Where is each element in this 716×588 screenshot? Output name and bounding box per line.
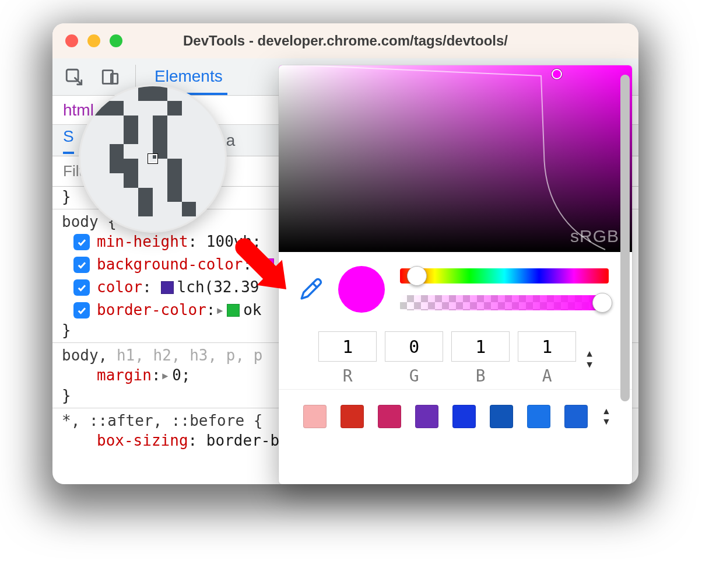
picker-scrollbar[interactable] xyxy=(620,72,630,456)
palette-row: ▲▼ xyxy=(279,389,632,443)
input-b[interactable] xyxy=(451,331,510,362)
inspect-element-icon[interactable] xyxy=(63,66,85,88)
annotation-arrow-icon xyxy=(230,233,300,306)
color-swatch-color[interactable] xyxy=(161,281,174,294)
prop-margin[interactable]: margin xyxy=(97,364,152,387)
toggle-checkbox[interactable] xyxy=(73,257,90,273)
minimize-window-button[interactable] xyxy=(87,34,100,47)
label-a: A xyxy=(542,366,552,386)
selector-grey[interactable]: h1, h2, h3, p, p xyxy=(117,346,262,364)
label-b: B xyxy=(476,366,486,386)
toggle-checkbox[interactable] xyxy=(73,302,90,318)
spectrum-area[interactable]: sRGB xyxy=(279,65,632,252)
window-title: DevTools - developer.chrome.com/tags/dev… xyxy=(52,33,638,49)
color-picker-popover: sRGB R G xyxy=(279,65,632,484)
expand-triangle-icon[interactable]: ▸ xyxy=(216,299,225,321)
window-controls xyxy=(65,34,122,47)
color-preview-dot xyxy=(338,266,385,313)
input-r[interactable] xyxy=(318,331,377,362)
toggle-checkbox[interactable] xyxy=(73,234,90,250)
close-window-button[interactable] xyxy=(65,34,78,47)
palette-swatch[interactable] xyxy=(564,405,588,428)
prop-min-height[interactable]: min-height xyxy=(97,230,188,253)
maximize-window-button[interactable] xyxy=(110,34,122,47)
input-a[interactable] xyxy=(518,331,576,362)
eyedropper-magnifier xyxy=(79,85,227,233)
hue-slider[interactable] xyxy=(400,268,609,284)
breadcrumb-html[interactable]: html xyxy=(63,101,94,120)
magnifier-center xyxy=(148,154,157,163)
prop-background-color[interactable]: background-color xyxy=(97,253,243,276)
palette-swatch[interactable] xyxy=(490,405,513,428)
palette-swatch[interactable] xyxy=(303,405,327,428)
device-toolbar-icon[interactable] xyxy=(99,66,121,88)
alpha-slider[interactable] xyxy=(400,295,609,310)
alpha-knob[interactable] xyxy=(592,293,612,313)
input-g[interactable] xyxy=(385,331,443,362)
scrollbar-thumb[interactable] xyxy=(620,75,630,401)
hue-knob[interactable] xyxy=(407,266,427,286)
expand-triangle-icon[interactable]: ▸ xyxy=(161,364,170,387)
toolbar-divider xyxy=(135,65,136,89)
prop-color[interactable]: color xyxy=(97,276,142,299)
titlebar: DevTools - developer.chrome.com/tags/dev… xyxy=(52,23,638,58)
format-stepper[interactable]: ▲▼ xyxy=(587,348,592,370)
palette-swatch[interactable] xyxy=(527,405,550,428)
subtab-styles-partial[interactable]: S xyxy=(63,127,74,154)
val-margin[interactable]: 0 xyxy=(172,364,181,387)
palette-swatch[interactable] xyxy=(415,405,438,428)
palette-stepper[interactable]: ▲▼ xyxy=(602,406,611,427)
palette-swatch[interactable] xyxy=(341,405,364,428)
prop-box-sizing[interactable]: box-sizing xyxy=(97,429,188,452)
palette-swatch[interactable] xyxy=(452,405,476,428)
spectrum-handle[interactable] xyxy=(552,69,562,79)
eyedropper-icon[interactable] xyxy=(299,277,323,302)
gamut-label: sRGB xyxy=(570,226,619,246)
prop-border-color[interactable]: border-color xyxy=(97,299,206,321)
color-inputs: R G B A ▲▼ xyxy=(279,315,632,389)
toggle-checkbox[interactable] xyxy=(73,279,90,296)
selector-body2[interactable]: body, xyxy=(62,346,117,364)
label-g: G xyxy=(409,366,419,386)
label-r: R xyxy=(343,366,353,386)
palette-swatch[interactable] xyxy=(378,405,401,428)
